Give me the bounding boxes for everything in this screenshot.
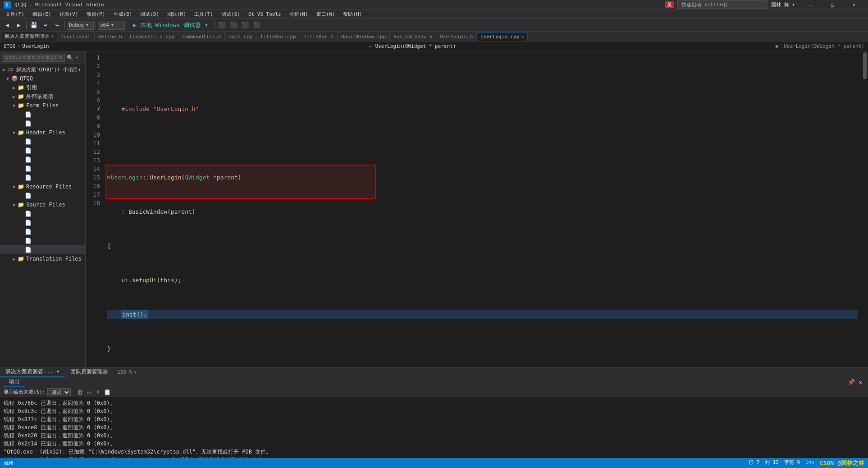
tree-form-files[interactable]: ▼ 📁 Form Files	[0, 101, 85, 110]
toolbar-extra4[interactable]: ⬛	[251, 20, 262, 30]
menu-file[interactable]: 文件(F)	[2, 10, 28, 19]
toolbar-save[interactable]: 💾	[28, 20, 39, 30]
minimize-button[interactable]: —	[800, 0, 821, 10]
output-line-6: 线程 0x2d14 已退出，返回值为 0 (0x0)。	[4, 440, 864, 448]
bottom-tab-solution[interactable]: 解决方案资源管... ▾	[0, 367, 65, 377]
toolbar-extra3[interactable]: ⬛	[240, 20, 251, 30]
tab-commonutils-cpp[interactable]: CommonUtils.cpp	[126, 32, 178, 41]
code-line-4: : BasicWindow(parent)	[107, 207, 858, 216]
tab-functional[interactable]: functional	[57, 32, 95, 41]
status-col: 列 12	[765, 459, 779, 467]
zoom-dropdown[interactable]: ▾	[134, 369, 137, 375]
menu-analyze[interactable]: 分析(N)	[286, 10, 312, 19]
menu-tools[interactable]: 工具(T)	[191, 10, 217, 19]
tree-main-cpp[interactable]: ▶ 📄	[0, 227, 85, 236]
status-ready: 就绪	[4, 460, 14, 467]
menu-project[interactable]: 项目(P)	[83, 10, 109, 19]
menu-view[interactable]: 视图(V)	[56, 10, 82, 19]
tree-basicwindow-cpp[interactable]: ▶ 📄	[0, 209, 85, 218]
code-editor[interactable]: #include "UserLogin.h" ⊟UserLogin::UserL…	[104, 51, 862, 367]
tree-source-files[interactable]: ▼ 📁 Source Files	[0, 200, 85, 209]
status-row: 行 7	[749, 459, 759, 467]
tree-userlogin-h[interactable]: ▶ 📄	[0, 173, 85, 182]
output-actions: 🗑 ↵ ⬇ 📋	[76, 388, 111, 396]
sidebar-filter-btn[interactable]: ▾	[75, 55, 78, 60]
menu-help[interactable]: 帮助(H)	[339, 10, 365, 19]
output-scroll-btn[interactable]: ⬇	[94, 388, 102, 396]
menu-bar: 文件(F) 编辑(E) 视图(V) 项目(P) 生成(B) 调试(D) 团队(M…	[0, 10, 868, 19]
red-box-highlight	[105, 165, 376, 199]
tab-titlebar-cpp[interactable]: TitleBar.cpp	[256, 32, 300, 41]
code-line-2	[107, 139, 858, 147]
platform-dropdown[interactable]: x64 ▾	[98, 21, 125, 30]
debug-config-dropdown[interactable]: Debug ▾	[67, 21, 94, 30]
output-clear-btn[interactable]: 🗑	[76, 388, 84, 396]
tab-main-cpp[interactable]: main.cpp	[225, 32, 256, 41]
sidebar-search-input[interactable]	[2, 54, 65, 62]
menu-edit[interactable]: 编辑(E)	[29, 10, 55, 19]
toolbar-redo[interactable]: ↪	[52, 20, 63, 30]
tree-translation-files[interactable]: ▶ 📁 Translation Files	[0, 254, 85, 263]
solution-explorer-tab[interactable]: 解决方案资源管理器 ✕	[2, 32, 57, 41]
tab-userlogin-h[interactable]: UserLogin.h	[436, 32, 477, 41]
window-controls: — □ ×	[800, 0, 864, 10]
menu-window[interactable]: 窗口(W)	[313, 10, 339, 19]
output-source-dropdown[interactable]: 调试	[47, 388, 71, 396]
tab-basicwindow-h[interactable]: BasicWindow.h	[390, 32, 436, 41]
tree-titlebar-h[interactable]: ▶ 📄	[0, 164, 85, 173]
tree-res-qrc[interactable]: ▶ 📄	[0, 191, 85, 200]
tree-titlebar-ui[interactable]: ▶ 📄	[0, 110, 85, 119]
tree-define-h[interactable]: ▶ 📄	[0, 155, 85, 164]
output-copy-btn[interactable]: 📋	[103, 388, 111, 396]
tab-basicwindow-cpp[interactable]: BasicWindow.cpp	[338, 32, 390, 41]
title-bar: Q QtQQ - Microsoft Visual Studio 英 快速启动 …	[0, 0, 868, 10]
toolbar-forward[interactable]: ▶	[14, 20, 24, 30]
menu-qt[interactable]: Qt VS Tools	[245, 10, 285, 19]
toolbar-extra2[interactable]: ⬛	[228, 20, 239, 30]
toolbar-back[interactable]: ◀	[2, 20, 13, 30]
code-line-5: {	[107, 242, 858, 250]
editor-area[interactable]: 1 2 3 4 5 6 7 8 9 10 11 12 13 14 15 16 1	[86, 51, 868, 367]
status-bar: 就绪 行 7 列 12 字符 9 Ins CSDN @国林之林	[0, 458, 868, 468]
tree-basicwindow-h[interactable]: ▶ 📄	[0, 137, 85, 146]
tree-commonutils-cpp[interactable]: ▶ 📄	[0, 218, 85, 227]
tab-titlebar-h[interactable]: TitleBar.h	[300, 32, 338, 41]
tab-define-h[interactable]: define.h	[95, 32, 126, 41]
tree-userlogin-ui[interactable]: ▶ 📄	[0, 119, 85, 128]
tab-userlogin-cpp[interactable]: UserLogin.cpp ✕	[477, 32, 528, 41]
menu-test[interactable]: 测试(S)	[218, 10, 244, 19]
toolbar-extra1[interactable]: ⬛	[216, 20, 227, 30]
tree-header-files[interactable]: ▼ 📁 Header Files	[0, 128, 85, 137]
maximize-button[interactable]: □	[822, 0, 843, 10]
tree-titlebar-cpp[interactable]: ▶ 📄	[0, 236, 85, 245]
breadcrumb-project: QTQQ	[4, 43, 16, 49]
output-line-7: "QtQQ.exe" (Win32): 已加载 "C:\Windows\Syst…	[4, 448, 864, 456]
panel-header-actions: 📌 ✕	[847, 378, 864, 386]
tab-commonutils-h[interactable]: CommonUtils.h	[178, 32, 225, 41]
output-wrap-btn[interactable]: ↵	[85, 388, 93, 396]
code-line-1: #include "UserLogin.h"	[107, 105, 858, 113]
tree-references[interactable]: ▶ 📁 引用	[0, 83, 85, 92]
bottom-tab-team[interactable]: 团队资源管理器	[65, 367, 114, 377]
tree-solution[interactable]: ▶ 🗂 解决方案'QTQQ'(1 个项目)	[0, 65, 85, 74]
tree-external-deps[interactable]: ▶ 📁 外部依赖项	[0, 92, 85, 101]
toolbar-undo[interactable]: ↩	[40, 20, 51, 30]
panel-close-btn[interactable]: ✕	[856, 378, 864, 386]
scrollbar-thumb[interactable]	[863, 52, 867, 79]
output-content: 线程 0x760c 已退出，返回值为 0 (0x0)。 线程 0x9c3c 已退…	[0, 397, 868, 458]
tree-project[interactable]: ▼ 📦 QTQQ	[0, 74, 85, 83]
tree-commonutils-h[interactable]: ▶ 📄	[0, 146, 85, 155]
tree-resource-files[interactable]: ▼ 📁 Resource Files	[0, 182, 85, 191]
search-box-title[interactable]: 快速启动 (Ctrl+Q)	[677, 0, 767, 9]
close-button[interactable]: ×	[844, 0, 864, 10]
status-ins: Ins	[805, 459, 814, 467]
menu-team[interactable]: 团队(M)	[164, 10, 190, 19]
output-tab[interactable]: 输出	[4, 377, 25, 387]
editor-scrollbar[interactable]	[862, 51, 868, 367]
menu-debug[interactable]: 调试(D)	[137, 10, 163, 19]
menu-build[interactable]: 生成(B)	[110, 10, 136, 19]
panel-pin-btn[interactable]: 📌	[847, 378, 855, 386]
start-debug-button[interactable]: ▶ 本地 Windows 调试器 ▾	[129, 20, 212, 30]
tree-userlogin-cpp[interactable]: ▶ 📄	[0, 245, 85, 254]
tab-close-userlogin-cpp[interactable]: ✕	[521, 34, 524, 39]
